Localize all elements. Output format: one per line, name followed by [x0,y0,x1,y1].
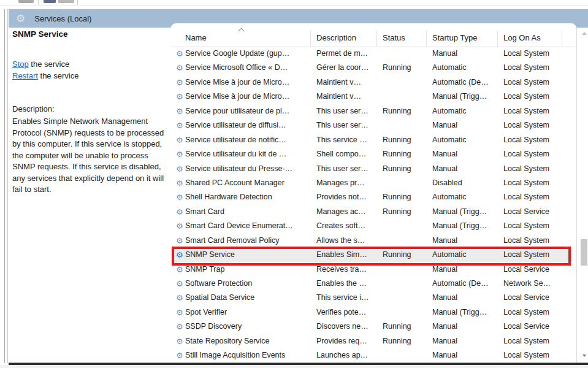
service-startup-type: Automatic (De… [432,75,502,90]
table-row[interactable]: ⚙ Service utilisateur de diffusi… This u… [174,118,571,132]
stop-service-link[interactable]: Stop [12,59,29,69]
service-log-on-as: Local Service [503,263,568,277]
table-row[interactable]: ⚙ Service Mise à jour de Micro… Maintien… [174,75,571,90]
service-startup-type: Automatic [432,61,502,75]
column-divider[interactable] [376,31,377,47]
toolbar-button-fragment[interactable] [58,0,74,3]
service-startup-type: Manual (Trigg… [432,305,502,320]
column-header-name[interactable]: Name [185,33,207,42]
service-status [383,118,430,132]
service-startup-type: Manual (Trigg… [432,219,502,233]
service-description-cell: This service … [316,133,381,147]
service-name: SNMP Service [185,248,315,262]
service-gear-icon: ⚙ [176,248,183,262]
table-row[interactable]: ⚙ SNMP Service Enables Sim… Running Auto… [174,248,571,262]
service-log-on-as: Local System [503,61,568,75]
service-name: Software Protection [185,277,315,291]
service-gear-icon: ⚙ [176,47,183,61]
service-description-cell: Creates soft… [316,219,381,233]
restart-service-link[interactable]: Restart [12,71,38,80]
table-row[interactable]: ⚙ Service Mise à jour de Micro… Maintien… [174,90,571,104]
table-row[interactable]: ⚙ SSDP Discovery Discovers ne… Running M… [174,320,571,334]
table-row[interactable]: ⚙ State Repository Service Provides req…… [174,334,571,348]
column-header-status[interactable]: Status [383,33,405,42]
column-header-startup-type[interactable]: Startup Type [432,33,477,42]
service-gear-icon: ⚙ [176,104,183,118]
toolbar-button-fragment[interactable] [18,0,34,3]
service-description-cell: Maintient v… [316,90,381,104]
restart-service-text: the service [38,71,78,80]
service-gear-icon: ⚙ [176,61,183,75]
service-log-on-as: Local System [503,104,568,118]
service-gear-icon: ⚙ [176,133,183,147]
services-list-panel: Name Description Status Startup Type Log… [170,23,577,363]
service-description-cell: This user ser… [316,104,381,118]
service-log-on-as: Local System [503,234,568,248]
service-log-on-as: Local System [503,334,568,348]
service-description: Enables Simple Network Management Protoc… [12,116,172,196]
table-row[interactable]: ⚙ Service Microsoft Office « D… Gérer la… [174,61,571,75]
table-row[interactable]: ⚙ Smart Card Device Enumerat… Creates so… [174,219,571,233]
service-startup-type: Manual [432,162,502,176]
service-name: SSDP Discovery [185,320,315,334]
service-status [383,90,430,104]
service-name: Service Microsoft Office « D… [185,61,315,75]
service-gear-icon: ⚙ [176,291,183,305]
table-row[interactable]: ⚙ Smart Card Manages ac… Running Manual … [174,205,571,219]
table-row[interactable]: ⚙ Shared PC Account Manager Manages pr… … [174,176,571,190]
table-row[interactable]: ⚙ Service pour utilisateur de pl… This u… [174,104,571,118]
table-row[interactable]: ⚙ Still Image Acquisition Events Launche… [174,348,571,362]
description-label: Description: [12,104,55,113]
scroll-up-icon[interactable] [582,32,587,35]
column-header-description[interactable]: Description [316,33,356,42]
service-description-cell: Discovers ne… [316,320,381,334]
service-name: Still Image Acquisition Events [185,348,315,362]
column-divider[interactable] [426,31,427,47]
service-name: SNMP Trap [185,263,315,277]
column-divider[interactable] [497,31,498,47]
service-name: Service Mise à jour de Micro… [185,90,315,104]
service-log-on-as: Local System [503,190,568,204]
services-gear-icon: ⚙ [16,13,25,24]
toolbar-button-fragment[interactable] [44,0,56,3]
service-description-cell: Maintient v… [316,75,381,90]
scroll-down-icon[interactable] [582,355,586,357]
console-tree-divider[interactable] [4,9,5,363]
column-header-log-on-as[interactable]: Log On As [503,33,541,42]
table-row[interactable]: ⚙ Shell Hardware Detection Provides not…… [174,190,571,204]
table-row[interactable]: ⚙ Service utilisateur de notific… This s… [174,133,571,147]
service-log-on-as: Local System [503,162,568,176]
table-row[interactable]: ⚙ Service Google Update (gup… Permet de … [174,47,571,61]
service-description-cell: Enables Sim… [316,248,381,262]
table-row[interactable]: ⚙ Service utilisateur du Presse-… This u… [174,162,571,176]
vertical-scrollbar[interactable] [580,29,588,363]
service-gear-icon: ⚙ [176,190,183,204]
service-log-on-as: Local System [503,90,568,104]
stop-service-line: Stop the service [12,58,78,70]
service-status: Running [383,320,430,334]
table-row[interactable]: ⚙ Software Protection Enables the … Auto… [174,277,571,291]
table-row[interactable]: ⚙ SNMP Trap Receives tra… Manual Local S… [174,263,571,277]
service-startup-type: Manual (Trigg… [432,90,502,104]
column-divider[interactable] [310,31,311,47]
service-name: Smart Card Removal Policy [185,234,315,248]
service-gear-icon: ⚙ [176,176,183,190]
scrollbar-thumb[interactable] [581,239,587,266]
service-gear-icon: ⚙ [176,334,183,348]
service-name: Service utilisateur de notific… [185,133,315,147]
service-description-cell: Provides req… [316,334,381,348]
service-gear-icon: ⚙ [176,147,183,161]
table-row[interactable]: ⚙ Spatial Data Service This service i… M… [174,291,571,305]
table-row[interactable]: ⚙ Service utilisateur du kit de … Shell … [174,147,571,161]
service-status [383,291,430,305]
service-status: Running [383,190,430,204]
table-row[interactable]: ⚙ Spot Verifier Verifies pote… Manual (T… [174,305,571,320]
service-description-cell: This user ser… [316,162,381,176]
column-divider[interactable] [562,31,562,47]
sort-ascending-icon [239,28,245,34]
service-gear-icon: ⚙ [176,205,183,219]
table-row[interactable]: ⚙ Smart Card Removal Policy Allows the s… [174,234,571,248]
service-status [383,263,430,277]
service-log-on-as: Local System [503,248,568,262]
service-log-on-as: Local System [503,147,568,161]
